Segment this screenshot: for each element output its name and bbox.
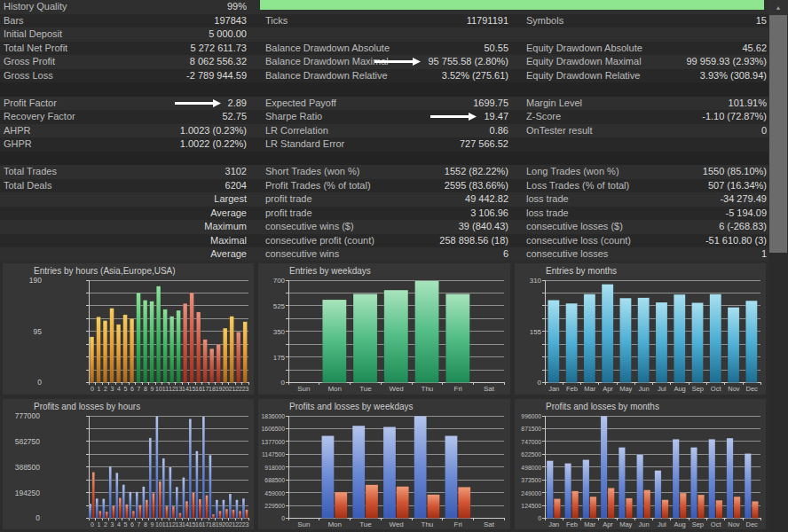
y-axis-tick-label: 918000 <box>265 464 286 470</box>
bar <box>745 301 757 382</box>
stat-value: -51 610.80 (3) <box>705 234 767 248</box>
x-axis-tick-label: May <box>619 520 632 528</box>
stat-row: Bars197843Ticks11791191Symbols15 <box>0 14 768 28</box>
bar <box>415 281 439 383</box>
stat-row: Initial Deposit5 000.00 <box>0 27 768 42</box>
x-axis-tick-label: Apr <box>603 385 613 393</box>
scrollbar-thumb[interactable] <box>769 15 787 253</box>
x-axis-tick-label: Nov <box>728 520 740 528</box>
y-axis-tick-label: 350 <box>273 328 286 336</box>
profits-and-losses-by-weekdays-chart: Profits and losses by weekdays0229500459… <box>258 399 509 530</box>
stat-label: Sharpe Ratio <box>265 110 322 124</box>
stat-row: Profit Factor2.89Expected Payoff1699.75M… <box>0 97 768 111</box>
bar <box>229 493 232 517</box>
y-axis-tick-label: 700 <box>273 277 286 285</box>
stat-label: consecutive losses <box>526 247 608 262</box>
bar <box>172 506 175 518</box>
bar <box>96 498 98 518</box>
stat-value: 99 959.93 (2.93%) <box>686 55 767 69</box>
y-axis-tick-label: 249000 <box>521 489 541 496</box>
bar <box>209 455 211 518</box>
bar <box>103 321 107 383</box>
bar <box>397 486 409 518</box>
bar <box>132 511 135 518</box>
stat-label: profit trade <box>265 207 312 221</box>
bar <box>165 506 168 518</box>
bar <box>112 505 114 518</box>
stat-value: -2 789 944.59 <box>186 69 247 83</box>
bar <box>583 294 595 383</box>
stat-label: GHPR <box>4 137 32 152</box>
bar <box>149 437 152 518</box>
y-axis-tick-label: 996000 <box>521 413 541 419</box>
x-axis-tick-label: Nov <box>728 385 740 393</box>
x-axis-tick-label: Sun <box>298 520 311 528</box>
y-axis-tick-label: 194250 <box>15 488 41 497</box>
bar <box>122 484 125 518</box>
x-axis-tick-label: Sep <box>691 520 703 528</box>
x-axis-tick-label: 7 <box>137 386 140 392</box>
stat-label: Balance Drawdown Relative <box>265 69 388 83</box>
stat-label: Short Trades (won %) <box>265 165 359 179</box>
bar <box>183 303 187 382</box>
bar <box>236 332 240 382</box>
x-axis-tick-label: 2 <box>104 521 107 528</box>
bar <box>143 301 147 383</box>
spacer-row <box>0 82 768 97</box>
bar <box>565 303 577 382</box>
chart-title: Entries by months <box>546 266 617 276</box>
x-axis-tick-label: Mon <box>328 385 343 393</box>
stat-label: OnTester result <box>526 124 593 138</box>
x-axis-tick-label: Jun <box>638 385 649 393</box>
bar <box>656 302 667 382</box>
bar <box>734 497 740 518</box>
stat-label: Equity Drawdown Maximal <box>526 55 642 69</box>
x-axis-tick-label: 9 <box>150 386 154 392</box>
x-axis-tick-label: Thu <box>422 520 434 528</box>
stat-label: Total Net Profit <box>4 42 67 56</box>
stat-value: 1699.75 <box>473 97 508 111</box>
stat-value: 258 898.56 (18) <box>439 234 508 248</box>
bar <box>195 450 198 518</box>
x-axis-tick-label: 7 <box>137 521 140 528</box>
y-axis-tick-label: 525 <box>273 302 286 310</box>
x-axis-tick-label: 0 <box>91 386 94 392</box>
stat-value: 45.62 <box>742 42 767 56</box>
bar <box>445 435 458 518</box>
bar <box>459 487 471 518</box>
y-axis-tick-label: 1836000 <box>262 413 286 419</box>
bar <box>106 512 108 518</box>
x-axis-tick-label: 0 <box>91 521 94 528</box>
distribution-charts-grid: Entries by hours (Asia,Europe,USA)095190… <box>0 261 768 532</box>
spacer-row <box>0 152 768 166</box>
stat-label: Gross Profit <box>4 55 55 69</box>
stat-value: 15 <box>756 14 767 28</box>
bar <box>129 491 131 518</box>
stat-value: Maximal <box>210 234 247 248</box>
stat-value: Average <box>210 207 247 221</box>
stat-value: 1 <box>761 247 767 262</box>
y-axis-tick-label: 175 <box>273 354 286 362</box>
bar <box>90 337 94 383</box>
stat-row: History Quality99% <box>0 0 768 14</box>
y-axis-tick-label: 95 <box>34 327 43 336</box>
stat-label: History Quality <box>4 0 67 14</box>
x-axis-tick-label: 8 <box>144 521 147 528</box>
bar <box>98 511 101 518</box>
bar <box>142 486 145 518</box>
bar <box>636 454 642 518</box>
bar <box>548 300 559 382</box>
bar <box>97 317 101 382</box>
stat-value: 6 <box>503 247 508 262</box>
scroll-up-button[interactable]: ▲ <box>768 0 788 15</box>
y-axis-tick-label: 0 <box>282 515 286 521</box>
vertical-scrollbar[interactable]: ▲ <box>768 0 788 532</box>
bar <box>163 309 168 383</box>
bar <box>223 328 227 382</box>
profits-and-losses-by-hours-svg: Profits and losses by hours0194250388500… <box>3 399 254 530</box>
bar <box>89 504 91 518</box>
bar <box>709 294 721 383</box>
highlight-arrow-icon <box>175 99 221 107</box>
y-axis-tick-label: 0 <box>538 515 541 521</box>
bar <box>582 459 588 518</box>
